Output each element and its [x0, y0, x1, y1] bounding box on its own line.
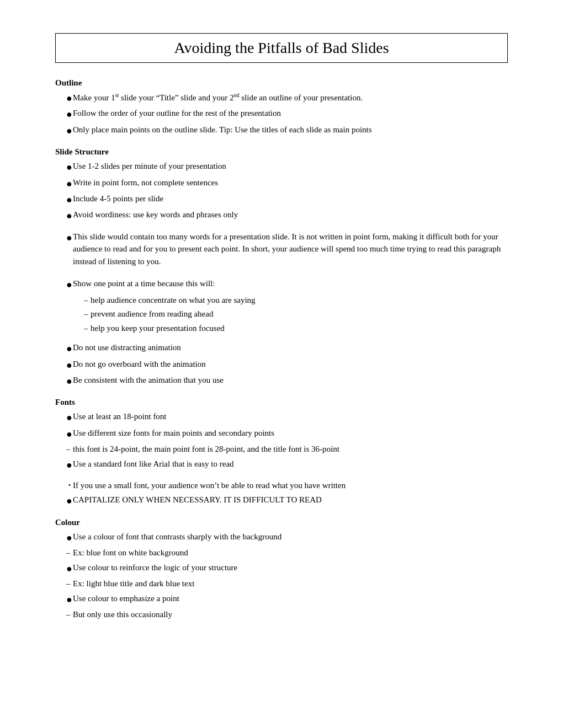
bullet-icon: ● [55, 91, 73, 105]
list-item: – But only use this occasionally [55, 608, 508, 621]
item-text: Use at least an 18-point font [73, 410, 508, 423]
list-item: – Ex: blue font on white background [55, 547, 508, 559]
bullet-icon: ● [55, 341, 73, 355]
dash-icon: – [73, 294, 91, 307]
dash-icon: – [55, 577, 73, 590]
sub-points-list: – help audience concentrate on what you … [73, 294, 508, 335]
item-text: help audience concentrate on what you ar… [91, 294, 508, 307]
fonts-extra-list: • If you use a small font, your audience… [55, 479, 508, 508]
bullet-icon: ● [55, 208, 73, 222]
bullet-icon: ● [55, 107, 73, 121]
outline-section: Outline ● Make your 1st slide your “Titl… [55, 78, 508, 137]
bullet-icon: ● [55, 192, 73, 206]
bullet-icon: ● [55, 531, 73, 544]
item-text: Ex: light blue title and dark blue text [73, 577, 508, 590]
list-item: ● Use 1-2 slides per minute of your pres… [55, 160, 508, 174]
bullet-icon: ● [55, 374, 73, 388]
item-text: Ex: blue font on white background [73, 547, 508, 559]
item-text: Show one point at a time because this wi… [73, 277, 508, 290]
dash-icon: – [55, 547, 73, 559]
bullet-icon: ● [55, 458, 73, 472]
slide-structure-section: Slide Structure ● Use 1-2 slides per min… [55, 147, 508, 388]
paragraph-text: This slide would contain too many words … [73, 231, 508, 268]
list-item: ● Use a standard font like Arial that is… [55, 458, 508, 472]
fonts-heading: Fonts [55, 398, 508, 407]
item-text: Use 1-2 slides per minute of your presen… [73, 160, 508, 173]
page-title: Avoiding the Pitfalls of Bad Slides [67, 39, 496, 57]
bullet-icon: ● [55, 231, 73, 244]
list-item: – help audience concentrate on what you … [73, 294, 508, 307]
dash-icon: – [55, 608, 73, 621]
fonts-section: Fonts ● Use at least an 18-point font ● … [55, 398, 508, 508]
paragraph-bullet-item: ● This slide would contain too many word… [55, 231, 508, 268]
item-text: help you keep your presentation focused [91, 322, 508, 335]
bullet-icon: ● [55, 277, 73, 291]
bullet-icon: ● [55, 176, 73, 190]
slide-structure-list: ● Use 1-2 slides per minute of your pres… [55, 160, 508, 223]
list-item: ● Only place main points on the outline … [55, 124, 508, 137]
list-item: ● Avoid wordiness: use key words and phr… [55, 208, 508, 222]
item-text: Write in point form, not complete senten… [73, 176, 508, 189]
colour-heading: Colour [55, 518, 508, 527]
item-text: prevent audience from reading ahead [91, 308, 508, 320]
dash-icon: – [55, 443, 73, 456]
list-item: ● CAPITALIZE ONLY WHEN NECESSARY. IT IS … [55, 494, 508, 507]
outline-heading: Outline [55, 78, 508, 88]
list-item: ● Do not use distracting animation [55, 341, 508, 355]
bullet-icon: ● [55, 592, 73, 606]
animation-list: ● Do not use distracting animation ● Do … [55, 341, 508, 388]
bullet-icon: ● [55, 358, 73, 372]
list-item: • If you use a small font, your audience… [55, 479, 508, 492]
item-text: But only use this occasionally [73, 608, 508, 621]
item-text: Avoid wordiness: use key words and phras… [73, 208, 508, 221]
show-one-point-list: ● Show one point at a time because this … [55, 277, 508, 291]
list-item: ● Follow the order of your outline for t… [55, 107, 508, 121]
item-text: Use different size fonts for main points… [73, 427, 508, 440]
list-item: ● Use colour to reinforce the logic of y… [55, 561, 508, 575]
dash-icon: – [73, 308, 91, 320]
bullet-icon-small: • [55, 479, 73, 490]
item-text: Be consistent with the animation that yo… [73, 374, 508, 387]
title-box: Avoiding the Pitfalls of Bad Slides [55, 33, 508, 63]
item-text: Use a standard font like Arial that is e… [73, 458, 508, 470]
list-item: ● Use colour to emphasize a point [55, 592, 508, 606]
list-item: ● Make your 1st slide your “Title” slide… [55, 91, 508, 105]
list-item: ● Write in point form, not complete sent… [55, 176, 508, 190]
item-text: Do not go overboard with the animation [73, 358, 508, 371]
bullet-icon: ● [55, 124, 73, 137]
bullet-icon: ● [55, 160, 73, 174]
item-text: Follow the order of your outline for the… [73, 107, 508, 120]
slide-structure-heading: Slide Structure [55, 147, 508, 157]
outline-list: ● Make your 1st slide your “Title” slide… [55, 91, 508, 137]
fonts-list: ● Use at least an 18-point font ● Use di… [55, 410, 508, 472]
list-item: ● Be consistent with the animation that … [55, 374, 508, 388]
bullet-icon: ● [55, 561, 73, 575]
item-text: this font is 24-point, the main point fo… [73, 443, 508, 456]
list-item: ● Do not go overboard with the animation [55, 358, 508, 372]
item-text: If you use a small font, your audience w… [73, 479, 508, 492]
list-item: ● Use different size fonts for main poin… [55, 427, 508, 441]
item-text: Use colour to emphasize a point [73, 592, 508, 605]
item-text: Include 4-5 points per slide [73, 192, 508, 205]
item-text: Do not use distracting animation [73, 341, 508, 354]
colour-section: Colour ● Use a colour of font that contr… [55, 518, 508, 621]
item-text: CAPITALIZE ONLY WHEN NECESSARY. IT IS DI… [73, 494, 508, 506]
list-item: – help you keep your presentation focuse… [73, 322, 508, 335]
dash-icon: – [73, 322, 91, 335]
item-text: Use colour to reinforce the logic of you… [73, 561, 508, 574]
item-text: Use a colour of font that contrasts shar… [73, 531, 508, 543]
list-item: ● Use a colour of font that contrasts sh… [55, 531, 508, 544]
list-item: ● Show one point at a time because this … [55, 277, 508, 291]
item-text: Make your 1st slide your “Title” slide a… [73, 91, 508, 104]
list-item: – Ex: light blue title and dark blue tex… [55, 577, 508, 590]
list-item: ● Include 4-5 points per slide [55, 192, 508, 206]
list-item: ● Use at least an 18-point font [55, 410, 508, 424]
bullet-icon: ● [55, 410, 73, 424]
list-item: – this font is 24-point, the main point … [55, 443, 508, 456]
bullet-icon: ● [55, 427, 73, 441]
colour-list: ● Use a colour of font that contrasts sh… [55, 531, 508, 621]
item-text: Only place main points on the outline sl… [73, 124, 508, 136]
list-item: – prevent audience from reading ahead [73, 308, 508, 320]
bullet-icon: ● [55, 494, 73, 507]
